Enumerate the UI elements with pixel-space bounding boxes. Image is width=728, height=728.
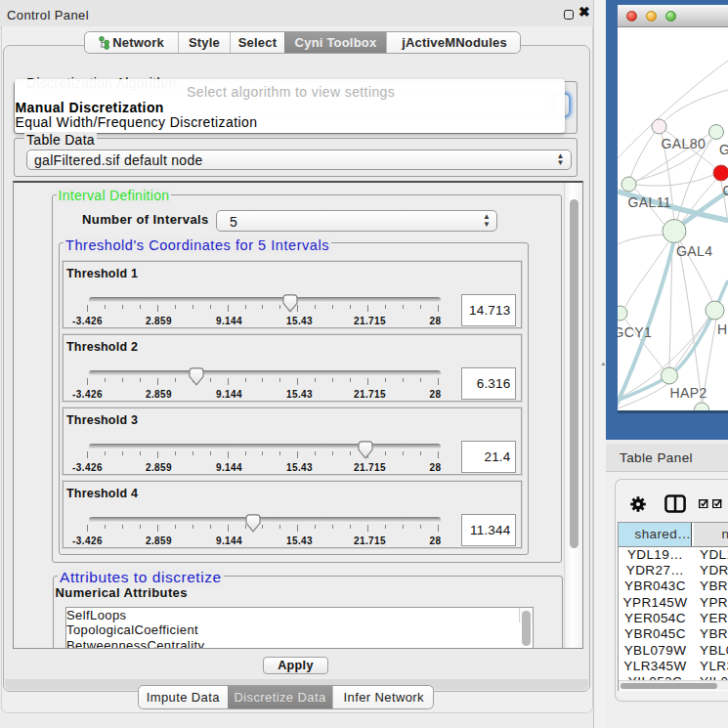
svg-text:GAL4: GAL4 [676,243,712,259]
svg-text:H: H [717,321,728,337]
svg-text:GAL11: GAL11 [628,194,672,210]
svg-text:C: C [723,183,728,198]
svg-text:G: G [719,142,728,157]
svg-text:HAP2: HAP2 [670,385,707,401]
svg-text:GAL80: GAL80 [662,136,707,151]
svg-text:GCY1: GCY1 [618,324,652,340]
